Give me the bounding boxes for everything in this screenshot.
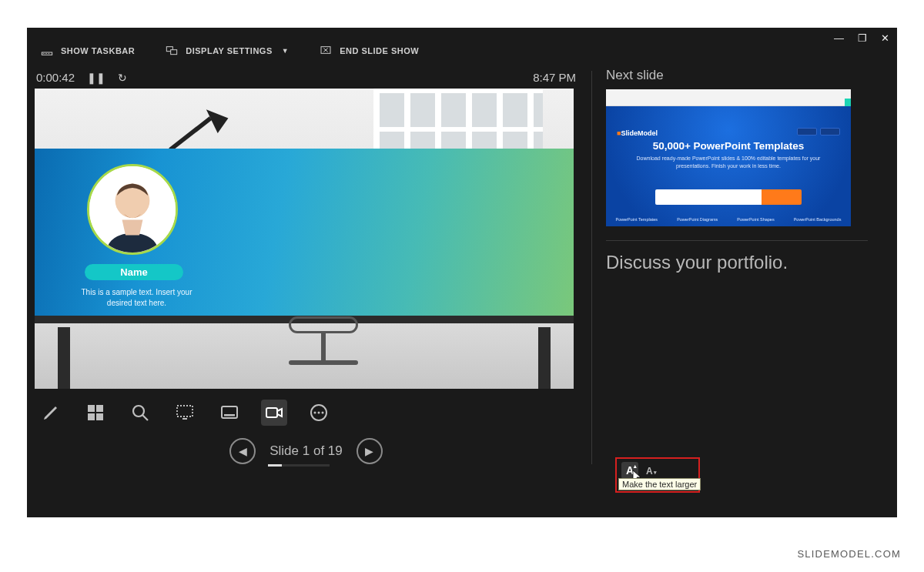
make-text-smaller-button[interactable]: A (646, 466, 657, 477)
display-settings-button[interactable]: DISPLAY SETTINGS ▼ (166, 45, 289, 57)
pause-timer-button[interactable]: ❚❚ (87, 72, 105, 84)
svg-point-14 (133, 406, 144, 416)
make-text-larger-button[interactable]: A (621, 462, 638, 479)
header-buttons (797, 128, 840, 135)
end-slide-show-label: END SLIDE SHOW (340, 46, 419, 55)
progress-bar (268, 464, 330, 467)
category-links: PowerPoint Templates PowerPoint Diagrams… (606, 217, 851, 222)
zoom-button[interactable] (127, 400, 153, 426)
svg-rect-5 (171, 50, 177, 55)
svg-rect-16 (177, 406, 192, 416)
slidemodel-logo: ■SlideModel (617, 129, 658, 137)
minimize-button[interactable]: — (834, 32, 844, 44)
end-slide-show-button[interactable]: END SLIDE SHOW (320, 45, 419, 57)
svg-rect-3 (48, 53, 49, 54)
search-bar (655, 189, 802, 205)
next-slide-button[interactable]: ▶ (357, 438, 383, 464)
tooltip: Make the text larger (618, 478, 701, 490)
presenter-tools (35, 389, 578, 430)
top-toolbar: SHOW TASKBAR DISPLAY SETTINGS ▼ END SLID… (27, 28, 897, 65)
svg-rect-1 (43, 53, 45, 54)
clock-time: 8:47 PM (533, 71, 576, 84)
svg-rect-12 (88, 413, 95, 420)
close-button[interactable]: ✕ (881, 32, 889, 44)
subtitles-button[interactable] (216, 400, 243, 426)
display-settings-label: DISPLAY SETTINGS (186, 46, 273, 55)
previous-slide-button[interactable]: ◀ (229, 438, 256, 464)
dropdown-caret-icon: ▼ (282, 47, 289, 55)
reset-timer-button[interactable]: ↻ (118, 72, 127, 84)
restore-button[interactable]: ❐ (858, 32, 867, 44)
speaker-notes: Discuss your portfolio. (606, 252, 884, 273)
avatar (87, 164, 178, 255)
svg-rect-20 (266, 408, 277, 417)
taskbar-icon (41, 45, 53, 57)
name-label: Name (85, 264, 183, 280)
browser-chrome (606, 89, 851, 106)
next-slide-header: Next slide (606, 68, 884, 83)
svg-point-23 (318, 412, 320, 414)
elapsed-timer: 0:00:42 (36, 71, 75, 84)
font-size-controls-highlight: A A Make the text larger (615, 457, 700, 493)
sample-text: This is a sample text. Insert your desir… (77, 287, 196, 308)
slide-navigation: ◀ Slide 1 of 19 ▶ (35, 430, 578, 464)
show-taskbar-label: SHOW TASKBAR (61, 46, 135, 55)
black-screen-button[interactable] (172, 400, 198, 426)
hero-headline: 50,000+ PowerPoint Templates (606, 140, 851, 152)
camera-button[interactable] (261, 400, 287, 426)
svg-rect-10 (88, 405, 95, 412)
chair-graphic (281, 312, 366, 389)
svg-point-22 (314, 412, 316, 414)
show-taskbar-button[interactable]: SHOW TASKBAR (41, 45, 135, 57)
more-options-button[interactable] (306, 400, 332, 426)
pen-tool[interactable] (38, 400, 64, 426)
next-slide-thumbnail[interactable]: ■SlideModel 50,000+ PowerPoint Templates… (606, 89, 851, 226)
presenter-view-window: — ❐ ✕ SHOW TASKBAR DISPLAY SETTINGS ▼ EN… (27, 28, 897, 517)
svg-rect-19 (224, 414, 235, 416)
display-settings-icon (166, 45, 178, 57)
watermark: SLIDEMODEL.COM (797, 548, 901, 560)
divider (606, 240, 868, 241)
end-show-icon (320, 45, 332, 57)
svg-rect-18 (222, 406, 237, 418)
svg-rect-2 (45, 53, 47, 54)
svg-rect-11 (96, 405, 103, 412)
svg-rect-13 (96, 413, 103, 420)
svg-line-15 (142, 415, 148, 420)
hero-subline: Download ready-made PowerPoint slides & … (628, 155, 829, 170)
slide-counter: Slide 1 of 19 (270, 443, 343, 459)
current-slide-preview[interactable]: Self Introduction PRESENTATION TEMPLATE … (35, 89, 574, 389)
see-all-slides-button[interactable] (82, 400, 109, 426)
svg-point-24 (322, 412, 324, 414)
